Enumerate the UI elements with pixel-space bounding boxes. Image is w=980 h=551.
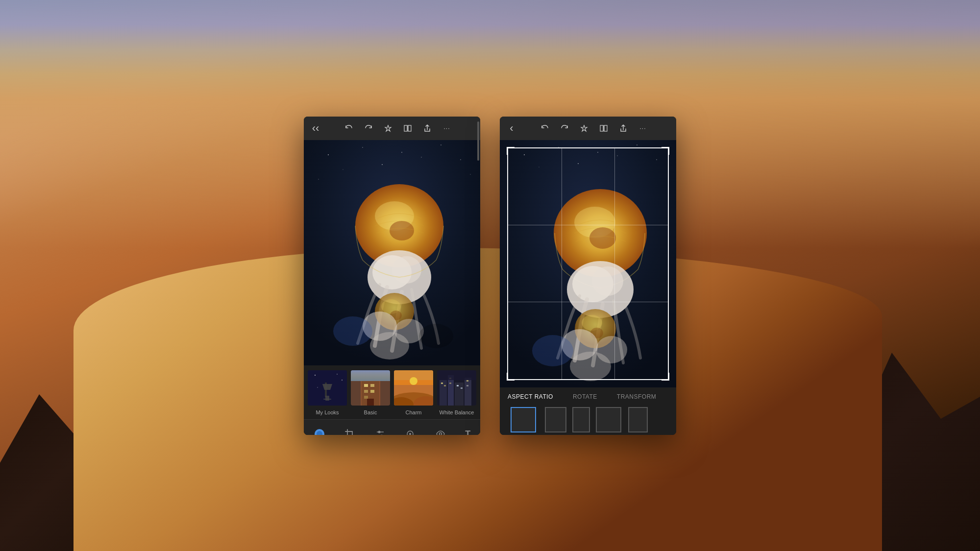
svg-point-36 bbox=[342, 380, 343, 381]
right-undo-button[interactable] bbox=[539, 122, 551, 134]
svg-rect-60 bbox=[455, 383, 464, 406]
svg-point-89 bbox=[578, 163, 579, 164]
svg-rect-66 bbox=[457, 385, 459, 386]
right-photo-area bbox=[500, 140, 676, 387]
svg-point-28 bbox=[419, 324, 453, 348]
right-more-button[interactable]: ··· bbox=[637, 122, 649, 134]
svg-rect-49 bbox=[351, 370, 390, 381]
filter-charm[interactable]: Charm bbox=[394, 370, 433, 419]
aspect-box-unconstrained bbox=[511, 407, 536, 432]
nav-heal[interactable] bbox=[399, 425, 421, 435]
nav-looks[interactable] bbox=[308, 424, 331, 435]
svg-point-77 bbox=[409, 433, 411, 435]
filter-basic[interactable]: Basic bbox=[351, 370, 390, 419]
filter-thumb-white-balance bbox=[437, 370, 476, 406]
svg-point-103 bbox=[532, 335, 573, 366]
left-bottom-nav: T bbox=[304, 419, 480, 435]
svg-point-35 bbox=[337, 374, 338, 375]
svg-point-85 bbox=[597, 152, 598, 153]
svg-point-8 bbox=[441, 144, 441, 145]
tab-aspect-ratio[interactable]: ASPECT RATIO bbox=[508, 393, 553, 400]
filter-panel: My Looks bbox=[304, 365, 480, 435]
aspect-box-device bbox=[572, 407, 590, 432]
magic-button[interactable] bbox=[382, 122, 394, 134]
svg-rect-70 bbox=[437, 370, 476, 380]
svg-point-74 bbox=[378, 431, 380, 433]
svg-point-26 bbox=[370, 332, 409, 359]
svg-rect-69 bbox=[466, 385, 468, 386]
filter-my-looks[interactable]: My Looks bbox=[308, 370, 347, 419]
svg-rect-61 bbox=[465, 378, 471, 406]
compare-button[interactable] bbox=[402, 122, 414, 134]
more-button[interactable]: ··· bbox=[441, 122, 453, 134]
svg-rect-47 bbox=[367, 399, 374, 406]
filter-label-charm: Charm bbox=[405, 409, 421, 415]
filter-thumb-my-looks bbox=[308, 370, 347, 406]
aspect-device[interactable]: Device bbox=[572, 407, 590, 435]
filter-thumb-charm bbox=[394, 370, 433, 406]
svg-rect-58 bbox=[440, 380, 447, 406]
svg-point-5 bbox=[328, 154, 329, 155]
svg-point-10 bbox=[343, 169, 343, 169]
svg-rect-33 bbox=[323, 399, 331, 400]
svg-point-20 bbox=[392, 256, 421, 284]
svg-point-90 bbox=[617, 155, 618, 156]
aspect-fb-profile[interactable]: FB Profile bbox=[627, 407, 649, 435]
svg-point-102 bbox=[570, 352, 611, 381]
nav-adjust[interactable] bbox=[369, 425, 392, 435]
svg-point-13 bbox=[318, 179, 319, 180]
right-magic-button[interactable] bbox=[578, 122, 590, 134]
filter-label-my-looks: My Looks bbox=[316, 409, 339, 415]
nav-eye[interactable] bbox=[429, 425, 452, 435]
share-button[interactable] bbox=[421, 122, 433, 134]
svg-point-27 bbox=[333, 316, 372, 346]
svg-rect-62 bbox=[441, 383, 443, 384]
nav-text[interactable]: T bbox=[459, 425, 476, 435]
aspect-square[interactable]: Square bbox=[596, 407, 621, 435]
filter-label-white-balance: White Balance bbox=[440, 409, 474, 415]
svg-point-34 bbox=[315, 375, 316, 376]
left-photo-area bbox=[304, 140, 480, 365]
phones-container: ‹ bbox=[304, 117, 676, 435]
svg-rect-80 bbox=[604, 125, 607, 131]
aspect-box-fb bbox=[628, 407, 648, 432]
right-back-button[interactable]: ‹ bbox=[506, 122, 517, 134]
svg-point-86 bbox=[637, 144, 637, 145]
tab-rotate[interactable]: ROTATE bbox=[573, 393, 597, 400]
svg-point-17 bbox=[390, 221, 414, 240]
right-compare-button[interactable] bbox=[598, 122, 610, 134]
svg-point-88 bbox=[539, 167, 539, 167]
svg-point-96 bbox=[592, 266, 623, 296]
right-phone: ‹ bbox=[500, 117, 676, 435]
aspect-original[interactable]: Original bbox=[545, 407, 566, 435]
redo-button[interactable] bbox=[363, 122, 374, 134]
aspect-ratio-panel: ASPECT RATIO ROTATE TRANSFORM Unconstrai… bbox=[500, 387, 676, 435]
svg-point-87 bbox=[656, 159, 657, 160]
filter-label-basic: Basic bbox=[364, 409, 377, 415]
left-toolbar: ‹ bbox=[304, 117, 480, 140]
filter-strip: My Looks bbox=[304, 370, 480, 419]
svg-rect-63 bbox=[444, 385, 446, 386]
filter-thumb-basic bbox=[351, 370, 390, 406]
undo-button[interactable] bbox=[343, 122, 355, 134]
svg-point-7 bbox=[401, 152, 402, 153]
right-redo-button[interactable] bbox=[559, 122, 570, 134]
svg-point-12 bbox=[421, 157, 422, 158]
nav-crop[interactable] bbox=[339, 425, 361, 435]
svg-rect-68 bbox=[466, 380, 468, 382]
svg-point-78 bbox=[439, 433, 441, 435]
back-button[interactable]: ‹ bbox=[310, 122, 321, 134]
svg-point-56 bbox=[410, 377, 417, 385]
svg-rect-44 bbox=[364, 390, 368, 393]
jellyfish-image-left bbox=[304, 140, 480, 365]
aspect-box-square bbox=[596, 407, 621, 432]
svg-point-14 bbox=[470, 174, 470, 174]
tab-transform[interactable]: TRANSFORM bbox=[617, 393, 657, 400]
aspect-box-original bbox=[545, 407, 566, 432]
jellyfish-image-right bbox=[500, 140, 676, 387]
right-share-button[interactable] bbox=[617, 122, 629, 134]
svg-rect-42 bbox=[364, 384, 368, 387]
filter-white-balance[interactable]: White Balance bbox=[437, 370, 476, 419]
svg-point-37 bbox=[317, 387, 318, 388]
aspect-unconstrained[interactable]: Unconstrained bbox=[508, 407, 539, 435]
